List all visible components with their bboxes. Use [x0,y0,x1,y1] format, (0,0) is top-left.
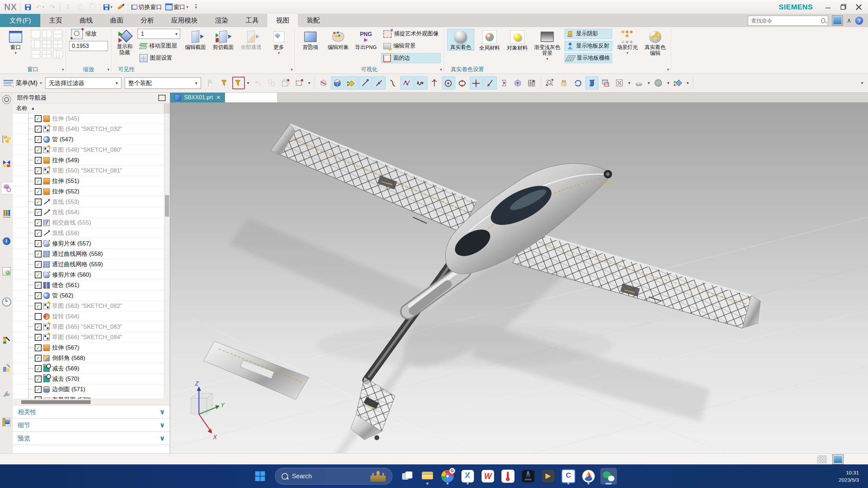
taskbar-clock[interactable]: 10:31 2023/5/3 [839,469,859,483]
help-icon[interactable]: ? [855,17,863,25]
feature-checkbox[interactable]: ✓ [35,355,42,362]
selection-filter-combo[interactable]: 无选择过滤器 [45,77,122,89]
snap-point-on-curve-button[interactable] [484,76,497,90]
menu-button[interactable]: 菜单(M)▾ [3,79,42,87]
snap-funnel-button[interactable] [218,76,231,90]
tree-row[interactable]: ✓拉伸 (567) [13,343,164,353]
preferences-button[interactable]: 首选项 [298,29,323,51]
feature-checkbox[interactable]: ✓ [35,365,42,372]
feature-checkbox[interactable]: ✓ [35,157,42,164]
tree-row[interactable]: ✓直线 (554) [13,207,164,218]
tree-row[interactable]: ✓拉伸 (552) [13,186,164,197]
feature-checkbox[interactable]: ✓ [35,251,42,258]
horizontal-scrollbar[interactable] [13,399,170,405]
snap-quadrant-button[interactable] [456,76,469,90]
snap-point-on-surface-button[interactable] [498,76,511,90]
tree-row[interactable]: ✓草图 (548) "SKETCH_080" [13,145,164,155]
group-label-visibility[interactable]: 可见性▾ [115,66,291,74]
tab-曲面[interactable]: 曲面 [101,14,132,27]
scrollbar-thumb[interactable] [21,400,91,404]
fit-view-dropdown[interactable]: ▾ [627,81,632,85]
tree-row[interactable]: ✓直线 (553) [13,197,164,207]
feature-checkbox[interactable]: ✓ [35,271,42,278]
tree-row[interactable]: ✓草图 (546) "SKETCH_032" [13,124,164,134]
feature-checkbox[interactable]: ✓ [35,219,42,226]
feature-checkbox[interactable]: ✓ [35,240,42,247]
taskbar-app-thermometer-app[interactable] [500,468,516,485]
selection-scope-combo[interactable]: 整个装配 [125,77,201,89]
fit-view-button[interactable] [613,76,626,90]
taskbar-app-c-developer-app[interactable] [560,468,577,485]
global-material-button[interactable]: 全局材料 [477,29,502,51]
tree-row[interactable]: ✓管 (562) [13,291,164,301]
copy-button[interactable] [76,2,85,11]
feature-checkbox[interactable]: ✓ [35,178,42,185]
object-material-button[interactable]: 对象材料 [505,29,530,51]
tree-row[interactable]: ✓减去 (569) [13,363,164,374]
feature-checkbox[interactable]: ✓ [35,396,42,399]
taskbar-app-media-folder[interactable] [540,468,557,485]
feature-checkbox[interactable]: ✓ [35,376,42,382]
find-command-box[interactable] [748,16,828,26]
feature-checkbox[interactable]: ✓ [35,334,42,341]
tree-row[interactable]: ✓管 (547) [13,134,164,145]
vertical-scrollbar[interactable] [164,113,170,399]
undo-selection-button[interactable] [251,76,265,90]
tree-row[interactable]: ✓修剪片体 (557) [13,238,164,249]
resource-bar-window-gallery[interactable] [1,416,12,428]
tab-渲染[interactable]: 渲染 [206,14,237,27]
window-button[interactable]: 窗口▾ [3,29,28,55]
show-floor-reflection-toggle[interactable]: 显示地板反射 [565,41,612,51]
tree-row[interactable]: ✓通过曲线网格 (559) [13,259,164,270]
feature-checkbox[interactable]: ✓ [35,386,42,393]
redo-button[interactable] [48,2,57,11]
section-preview[interactable]: 预览∨ [13,431,170,445]
resource-bar-gear[interactable] [1,94,12,106]
section-details[interactable]: 细节∨ [13,418,170,431]
feature-checkbox[interactable]: ✓ [35,344,42,351]
window-settings-button[interactable] [599,76,612,90]
find-command-input[interactable] [751,17,821,24]
selection-funnel-button[interactable] [232,76,245,90]
tree-row[interactable]: ✓修剪片体 (560) [13,270,164,280]
zoom-view-button[interactable] [544,76,557,90]
render-style-dropdown[interactable]: ▾ [646,81,651,85]
resource-bar-web-browser[interactable] [1,235,12,247]
true-shading-editor-button[interactable]: 真实着色编辑 [643,29,668,57]
switch-window-button[interactable]: 切换窗口 [131,2,162,11]
feature-checkbox[interactable]: ✓ [35,167,42,174]
save-button[interactable] [24,2,33,11]
snap-point-button[interactable] [345,76,358,90]
taskbar-app-chrome[interactable] [439,468,456,485]
tree-row[interactable]: ✓拉伸 (545) [13,113,164,124]
group-label-true-shading[interactable]: 真实着色设置▾ [447,66,668,74]
layout-option[interactable] [42,30,51,38]
taskbar-app-wps-writer[interactable] [479,468,496,485]
tab-工具[interactable]: 工具 [237,14,267,27]
show-shadow-toggle[interactable]: 显示阴影 [565,29,612,39]
layout-option[interactable] [42,40,51,48]
scene-lights-button[interactable]: 场景灯光▾ [615,29,640,55]
scrollbar-thumb[interactable] [165,195,169,217]
save-dropdown-button[interactable]: ▾ [103,2,112,11]
feature-checkbox[interactable]: ✓ [35,146,42,153]
feature-checkbox[interactable]: ✓ [35,230,42,237]
layout-option[interactable] [53,40,62,48]
layout-option[interactable] [31,40,40,48]
customize-quick-access-button[interactable]: ▾ [191,2,200,11]
tab-分析[interactable]: 分析 [132,14,162,27]
cut-button[interactable] [64,2,73,11]
edit-section-button[interactable]: 编辑截面 [183,29,208,51]
pan-view-button[interactable] [558,76,571,90]
show-hide-view-button[interactable] [671,76,685,90]
feature-checkbox[interactable]: ✓ [35,115,42,122]
resource-bar-part-navigator[interactable] [1,182,13,194]
layout-option[interactable] [42,50,51,58]
resource-bar-history[interactable] [1,296,12,308]
resource-bar-reuse-library[interactable] [1,208,12,219]
taskbar-app-projector-app[interactable] [520,468,536,485]
tree-row[interactable]: ✓草图 (550) "SKETCH_081" [13,166,164,176]
feature-checkbox[interactable]: ✓ [35,126,42,133]
snap-spline-point-button[interactable] [414,76,427,90]
sort-ascending-icon[interactable]: ▲ [31,106,35,111]
